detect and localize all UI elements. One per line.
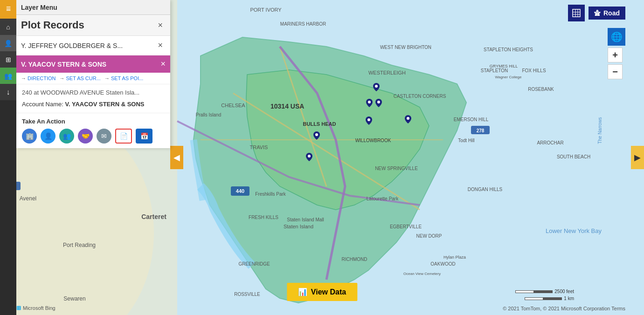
map-pin[interactable]	[373, 83, 380, 91]
svg-text:Freshkills Park: Freshkills Park	[255, 192, 286, 197]
panel-close-button[interactable]: ×	[155, 20, 166, 31]
take-action-section: Take An Action 🏢 👤 👥 🤝 ✉ 📄 📅	[16, 113, 170, 148]
toolbar-group[interactable]: 👥	[0, 68, 16, 84]
svg-text:SOUTH BEACH: SOUTH BEACH	[557, 154, 590, 159]
toolbar-layers[interactable]: ⊞	[0, 51, 16, 68]
record-active-close-button[interactable]: ×	[160, 59, 166, 69]
address-line: 240 at WOODWARD AVENUE Staten Isla...	[22, 89, 165, 96]
left-toolbar: ☰ ⌂ 👤 ⊞ 👥 ↓	[0, 0, 16, 315]
action-set-current-label: SET AS CUR...	[66, 75, 101, 81]
users-icon: 👥	[63, 132, 71, 140]
svg-text:RICHMOND: RICHMOND	[342, 257, 367, 262]
svg-text:EMERSON HILL: EMERSON HILL	[454, 117, 489, 122]
toolbar-layer-menu[interactable]: ☰	[0, 0, 16, 19]
handshake-icon: 🤝	[82, 132, 90, 140]
account-name-label-text: Account Name:	[22, 101, 63, 108]
svg-text:CASTLETON CORNERS: CASTLETON CORNERS	[394, 94, 446, 99]
svg-text:NEW SPRINGVILLE: NEW SPRINGVILLE	[375, 166, 418, 171]
action-user-button[interactable]: 👤	[41, 129, 55, 144]
nav-arrow-left[interactable]: ◀	[170, 146, 183, 169]
ms-bing-logo: ⊞ Microsoft Bing	[16, 305, 55, 311]
map-pin[interactable]	[306, 153, 312, 161]
map-pin[interactable]	[375, 99, 382, 107]
map-type-icon-button[interactable]	[568, 5, 585, 21]
toolbar-person[interactable]: 👤	[0, 35, 16, 51]
road-icon: 🛣	[594, 9, 601, 17]
action-set-poi[interactable]: SET AS POI...	[104, 75, 144, 81]
svg-text:WESTERLEIGH: WESTERLEIGH	[368, 70, 406, 75]
road-toggle-button[interactable]: 🛣 Road	[589, 7, 625, 20]
map-pin[interactable]	[366, 116, 372, 125]
svg-text:278: 278	[477, 128, 485, 133]
svg-text:NEW DORP: NEW DORP	[416, 233, 442, 239]
action-document-button[interactable]: 📄	[115, 129, 132, 144]
toolbar-download[interactable]: ↓	[0, 84, 16, 100]
record-active[interactable]: V. YAACOV STERN & SONS ×	[16, 55, 170, 73]
svg-text:FRESH KILLS: FRESH KILLS	[249, 215, 278, 220]
svg-text:The Narrows: The Narrows	[597, 117, 602, 144]
zoom-in-button[interactable]: +	[608, 48, 623, 62]
svg-point-55	[315, 133, 318, 136]
svg-point-50	[375, 85, 378, 88]
map-pin[interactable]	[313, 131, 320, 140]
record-item-1[interactable]: Y. JEFFREY GOLDBERGER & S... ×	[16, 36, 170, 55]
map-pin[interactable]	[366, 99, 373, 107]
email-icon: ✉	[101, 132, 107, 140]
svg-text:ROSSVILLE: ROSSVILLE	[234, 292, 260, 297]
svg-text:CHELSEA: CHELSEA	[221, 103, 245, 108]
toolbar-home[interactable]: ⌂	[0, 19, 16, 35]
svg-text:Wagner College: Wagner College	[495, 75, 522, 79]
view-data-label: View Data	[311, 288, 346, 296]
globe-button[interactable]: 🌐	[608, 28, 625, 46]
building-icon: 🏢	[26, 132, 34, 140]
action-direction-label: DIRECTION	[28, 75, 56, 81]
svg-text:OAKWOOD: OAKWOOD	[430, 261, 455, 267]
svg-text:Port Reading: Port Reading	[63, 242, 96, 248]
attribution: © 2021 TomTom, © 2021 Microsoft Corporat…	[503, 306, 625, 311]
action-set-current[interactable]: SET AS CUR...	[60, 75, 101, 81]
account-name-value: V. YAACOV STERN & SONS	[65, 101, 145, 108]
action-handshake-button[interactable]: 🤝	[78, 129, 93, 144]
svg-rect-57	[573, 9, 580, 17]
view-data-button[interactable]: 📊 View Data	[287, 283, 357, 301]
action-calendar-button[interactable]: 📅	[136, 129, 152, 144]
map-label: 10314 USA	[270, 103, 304, 110]
svg-text:Carteret: Carteret	[141, 213, 166, 220]
scale-1km: 1 km	[564, 296, 574, 301]
nav-arrow-right[interactable]: ▶	[631, 146, 644, 169]
svg-text:BULLS HEAD: BULLS HEAD	[303, 121, 336, 127]
svg-text:Avenel: Avenel	[20, 195, 36, 202]
action-building-button[interactable]: 🏢	[22, 129, 37, 144]
map-label-text: 10314 USA	[270, 103, 304, 110]
map-pin[interactable]	[405, 115, 411, 123]
svg-point-51	[368, 101, 371, 103]
svg-text:Todt Hill: Todt Hill	[458, 138, 475, 143]
globe-icon: 🌐	[611, 31, 623, 42]
svg-text:Sewaren: Sewaren	[63, 295, 85, 302]
svg-text:Staten Island: Staten Island	[284, 224, 313, 229]
record-active-label: V. YAACOV STERN & SONS	[21, 61, 106, 68]
svg-text:WILLOWBROOK: WILLOWBROOK	[355, 138, 391, 143]
svg-text:STAPLETON HEIGHTS: STAPLETON HEIGHTS	[484, 47, 533, 52]
svg-text:ROSEBANK: ROSEBANK	[528, 87, 554, 92]
panel: Layer Menu Plot Records × Y. JEFFREY GOL…	[16, 0, 170, 148]
account-label: Account Name: V. YAACOV STERN & SONS	[22, 101, 145, 108]
zoom-controls: 🌐 + −	[608, 28, 625, 79]
svg-text:EGBERTVILLE: EGBERTVILLE	[390, 224, 422, 229]
attribution-text: © 2021 TomTom, © 2021 Microsoft Corporat…	[503, 306, 625, 311]
svg-text:STAPLETON: STAPLETON	[481, 68, 508, 73]
zoom-out-button[interactable]: −	[608, 64, 623, 79]
action-users-button[interactable]: 👥	[59, 129, 74, 144]
svg-text:FOX HILLS: FOX HILLS	[522, 68, 546, 73]
record1-close-button[interactable]: ×	[155, 40, 166, 51]
action-direction[interactable]: DIRECTION	[21, 75, 56, 81]
svg-text:GRYMES HILL: GRYMES HILL	[490, 64, 518, 68]
action-email-button[interactable]: ✉	[97, 129, 111, 144]
nav-arrow-right-icon: ▶	[634, 152, 641, 163]
svg-text:Pralls Island: Pralls Island	[196, 112, 221, 117]
top-right-controls: 🛣 Road	[568, 5, 625, 21]
svg-text:TRAVIS: TRAVIS	[250, 144, 268, 150]
svg-text:WEST NEW BRIGHTON: WEST NEW BRIGHTON	[380, 45, 431, 50]
svg-text:Latourette Park: Latourette Park	[367, 196, 399, 201]
user-icon: 👤	[44, 132, 52, 140]
